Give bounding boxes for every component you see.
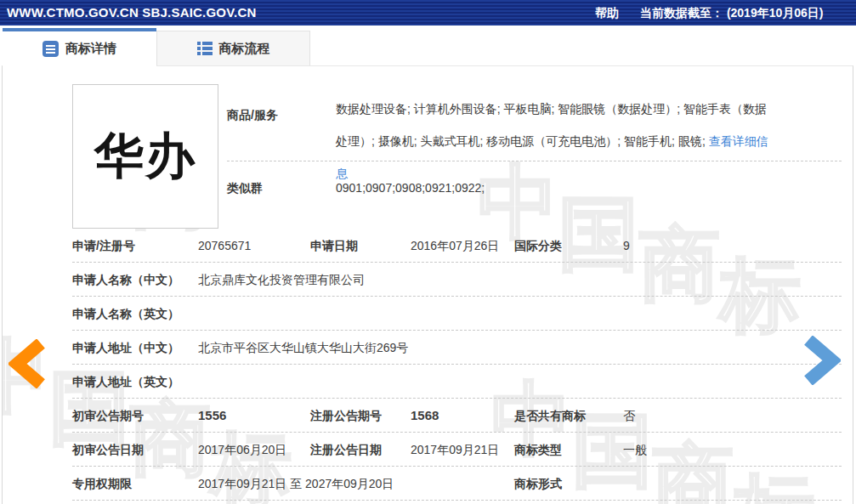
- table-row: 专用权期限 2017年09月21日 至 2027年09月20日 商标形式: [72, 467, 842, 501]
- field-value: 一般: [623, 433, 647, 467]
- chevron-left-icon: [9, 339, 46, 388]
- field-label: 申请日期: [310, 229, 358, 263]
- data-cutoff-label: 当前数据截至： (2019年10月06日): [640, 0, 824, 25]
- trademark-detail-page: WWW.CTMO.GOV.CN SBJ.SAIC.GOV.CN 帮助 当前数据截…: [0, 0, 856, 504]
- table-row: 申请人名称（英文）: [72, 297, 842, 331]
- field-value: 北京市平谷区大华山镇大华山大街269号: [198, 331, 408, 365]
- help-link[interactable]: 帮助: [595, 0, 619, 25]
- divider: [227, 161, 842, 161]
- field-label: 申请人名称（英文）: [72, 297, 179, 331]
- trademark-image: 华办: [72, 84, 218, 229]
- field-value: 2017年09月21日 至 2027年09月20日: [198, 467, 394, 501]
- table-row: 申请人名称（中文） 北京鼎库文化投资管理有限公司: [72, 263, 842, 297]
- field-label: 申请/注册号: [72, 229, 135, 263]
- field-label: 商标类型: [514, 433, 562, 467]
- goods-services-text: 数据处理设备; 计算机外围设备; 平板电脑; 智能眼镜（数据处理）; 智能手表（…: [336, 102, 767, 148]
- field-value: 2017年06月20日: [198, 433, 286, 467]
- field-value: 20765671: [198, 229, 251, 263]
- table-row: 申请人地址（中文） 北京市平谷区大华山镇大华山大街269号: [72, 331, 842, 365]
- top-bar: WWW.CTMO.GOV.CN SBJ.SAIC.GOV.CN 帮助 当前数据截…: [0, 0, 856, 25]
- table-row: 初审公告期号 1556 注册公告期号 1568 是否共有商标 否: [72, 399, 842, 433]
- table-row: 初审公告日期 2017年06月20日 注册公告日期 2017年09月21日 商标…: [72, 433, 842, 467]
- field-value: 1568: [411, 399, 439, 433]
- trademark-image-text: 华办: [94, 123, 196, 190]
- field-label: 初审公告期号: [72, 399, 144, 433]
- chevron-right-icon: [803, 336, 841, 385]
- field-label: 申请人地址（英文）: [72, 365, 179, 399]
- field-value: 1556: [198, 399, 226, 433]
- field-label: 是否共有商标: [514, 399, 586, 433]
- previous-record-arrow[interactable]: [9, 339, 46, 388]
- tab-flow-label: 商标流程: [219, 41, 270, 57]
- site-title: WWW.CTMO.GOV.CN SBJ.SAIC.GOV.CN: [7, 0, 256, 25]
- field-label: 注册公告期号: [310, 399, 382, 433]
- field-label: 注册公告日期: [310, 433, 382, 467]
- field-label: 申请人地址（中文）: [72, 331, 179, 365]
- next-record-arrow[interactable]: [803, 336, 841, 385]
- tab-trademark-detail[interactable]: 商标详情: [3, 28, 156, 66]
- field-label: 申请人名称（中文）: [72, 263, 179, 297]
- field-label: 商标形式: [514, 467, 562, 501]
- flow-list-icon: [197, 42, 213, 55]
- field-value: 2016年07月26日: [411, 229, 499, 263]
- similar-group-label: 类似群: [227, 181, 263, 196]
- goods-services-label: 商品/服务: [227, 108, 278, 123]
- field-value: 9: [623, 229, 630, 263]
- detail-list-icon: [43, 41, 59, 57]
- similar-group-value: 0901;0907;0908;0921;0922;: [336, 181, 485, 195]
- tab-trademark-flow[interactable]: 商标流程: [156, 31, 310, 65]
- table-row: 申请人地址（英文）: [72, 365, 842, 399]
- field-label: 初审公告日期: [72, 433, 144, 467]
- detail-panel: 中 国 商 标 中 国 商 标 中 国 商 标 商 华办 商品/服务: [2, 65, 853, 504]
- table-row: 申请/注册号 20765671 申请日期 2016年07月26日 国际分类 9: [72, 229, 842, 263]
- detail-content: 华办 商品/服务 数据处理设备; 计算机外围设备; 平板电脑; 智能眼镜（数据处…: [3, 66, 853, 504]
- field-value: 否: [623, 399, 635, 433]
- goods-services-value: 数据处理设备; 计算机外围设备; 平板电脑; 智能眼镜（数据处理）; 智能手表（…: [336, 93, 774, 190]
- field-label: 国际分类: [514, 229, 562, 263]
- field-value: 2017年09月21日: [411, 433, 499, 467]
- field-value: 北京鼎库文化投资管理有限公司: [198, 263, 365, 297]
- field-label: 专用权期限: [72, 467, 132, 501]
- tab-detail-label: 商标详情: [65, 41, 116, 57]
